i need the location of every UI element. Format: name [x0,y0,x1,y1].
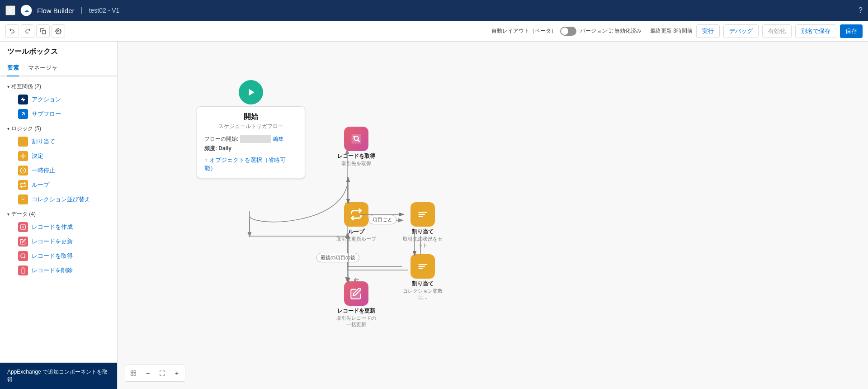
start-subtitle: スケジュールトリガフロー [204,123,297,130]
category-interaction-label: 相互関係 (2) [11,83,41,90]
assign2-label: 割り当て [412,280,434,288]
chevron-down-icon-logic: ▾ [7,126,9,131]
run-button[interactable]: 実行 [696,24,720,38]
sidebar-tabs: 要素 マネージャ [0,60,117,76]
start-node: 開始 スケジュールトリガフロー フローの開始: ▓▓▓▓▓▓ 編集 頻度: Da… [197,80,305,178]
sidebar: ツールボックス 要素 マネージャ ▾ 相互関係 (2) アクション [0,42,118,389]
loop-after-badge: 最後の項目の後 [316,253,359,262]
loop-label: ループ [32,181,49,189]
add-label: + オブジェクトを選択（省略可能） [204,156,297,172]
assign-label: 割り当て [32,138,55,146]
assign1-sublabel: 取引先の状況をセット [402,236,443,249]
category-interaction-header[interactable]: ▾ 相互関係 (2) [7,83,110,90]
sidebar-content: ▾ 相互関係 (2) アクション サブフロー [0,76,117,362]
svg-rect-23 [131,374,133,375]
pause-label: 一時停止 [32,166,55,175]
assign1-node: 割り当て 取引先の状況をセット [402,202,443,248]
loop-node-icon[interactable] [344,202,368,227]
svg-point-3 [57,30,59,32]
save-as-button[interactable]: 別名で保存 [795,24,836,38]
tab-elements[interactable]: 要素 [7,60,19,76]
get-record-label: レコードを取得 [32,252,73,260]
sidebar-item-pause[interactable]: 一時停止 [7,163,110,178]
update-record-sublabel: 取引先レコードの一括更新 [336,315,377,328]
flow-start-value: ▓▓▓▓▓▓ [240,135,271,143]
create-record-label: レコードを作成 [32,223,73,231]
sidebar-item-decision[interactable]: 決定 [7,149,110,163]
action-icon [18,95,28,104]
svg-marker-4 [21,97,26,102]
copy-button[interactable] [36,24,50,38]
zoom-in-button[interactable]: + [170,367,183,380]
auto-layout-toggle[interactable] [560,27,576,36]
svg-rect-21 [131,371,133,373]
auto-layout-label: 自動レイアウト（ベータ） [491,27,557,35]
update-record-icon [18,237,28,247]
fit-button[interactable] [156,367,169,380]
appexchange-footer[interactable]: AppExchange で追加コンポーネントを取得 [0,362,117,389]
get-record-node-icon[interactable] [344,127,368,151]
grid-button[interactable] [127,367,140,380]
toolbar-right: 自動レイアウト（ベータ） バージョン 1: 無効化済み — 最終更新 3時間前 … [491,24,863,38]
get-record-icon [18,251,28,261]
edit-link[interactable]: 編集 [273,135,284,143]
start-title: 開始 [204,112,297,122]
canvas[interactable]: 項目ごと 最後の項目の後 開始 スケジュールトリガフロー フローの開始: ▓▓▓… [118,42,868,389]
loop-node: ループ 取引先更新ループ [336,202,377,242]
app-title: Flow Builder [37,7,75,14]
decision-icon [18,151,28,161]
save-button[interactable]: 保存 [840,24,863,38]
get-record-node: レコードを取得 取引先を取得 [336,127,377,166]
start-circle-button[interactable] [239,80,263,104]
sidebar-item-delete-record[interactable]: レコードを削除 [7,263,110,278]
sidebar-item-get-record[interactable]: レコードを取得 [7,249,110,263]
sidebar-item-loop[interactable]: ループ [7,178,110,192]
sidebar-item-subflow[interactable]: サブフロー [7,107,110,121]
update-record-label: レコードを更新 [32,237,73,246]
canvas-controls: − + [125,365,185,382]
category-logic-header[interactable]: ▾ ロジック (5) [7,125,110,133]
svg-rect-22 [134,371,136,373]
sidebar-item-assign[interactable]: 割り当て [7,134,110,149]
update-record-label: レコードを更新 [337,308,375,315]
zoom-out-button[interactable]: − [142,367,154,380]
start-add-object[interactable]: + オブジェクトを選択（省略可能） [204,156,297,172]
assign1-node-icon[interactable] [410,202,435,227]
salesforce-logo-icon: ☁ [20,4,33,17]
assign2-sublabel: コレクション変数に... [402,288,443,301]
assign2-node-icon[interactable] [410,254,435,279]
assign1-label: 割り当て [412,228,434,236]
svg-text:☁: ☁ [24,8,29,13]
start-card[interactable]: 開始 スケジュールトリガフロー フローの開始: ▓▓▓▓▓▓ 編集 頻度: Da… [197,106,305,178]
category-data: ▾ データ (4) レコードを作成 レコードを更新 [0,208,117,279]
debug-button[interactable]: デバッグ [723,24,759,38]
svg-rect-24 [134,374,136,375]
svg-rect-2 [42,30,46,34]
loop-sublabel: 取引先更新ループ [336,236,376,242]
category-data-header[interactable]: ▾ データ (4) [7,210,110,218]
sidebar-item-sort[interactable]: コレクション並び替え [7,192,110,207]
header-separator: | [81,6,83,14]
sidebar-item-action[interactable]: アクション [7,92,110,107]
delete-record-icon [18,266,28,275]
header: ☁ Flow Builder | test02 - V1 ? [0,0,868,21]
sidebar-item-update-record[interactable]: レコードを更新 [7,234,110,249]
chevron-down-icon-data: ▾ [7,212,9,217]
help-button[interactable]: ? [859,6,863,14]
category-data-label: データ (4) [11,210,36,218]
action-label: アクション [32,95,61,104]
toolbar: 自動レイアウト（ベータ） バージョン 1: 無効化済み — 最終更新 3時間前 … [0,21,868,42]
undo-button[interactable] [5,24,19,38]
delete-record-label: レコードを削除 [32,266,73,275]
sidebar-title: ツールボックス [0,42,117,60]
redo-button[interactable] [21,24,34,38]
get-record-label: レコードを取得 [337,153,375,160]
sidebar-item-create-record[interactable]: レコードを作成 [7,220,110,234]
tab-manager[interactable]: マネージャ [28,60,57,76]
decision-label: 決定 [32,152,43,160]
version-info: バージョン 1: 無効化済み — 最終更新 3時間前 [580,27,693,35]
settings-button[interactable] [52,24,65,38]
update-record-node-icon[interactable] [344,281,368,306]
back-button[interactable] [5,5,15,15]
activate-button[interactable]: 有効化 [762,24,792,38]
